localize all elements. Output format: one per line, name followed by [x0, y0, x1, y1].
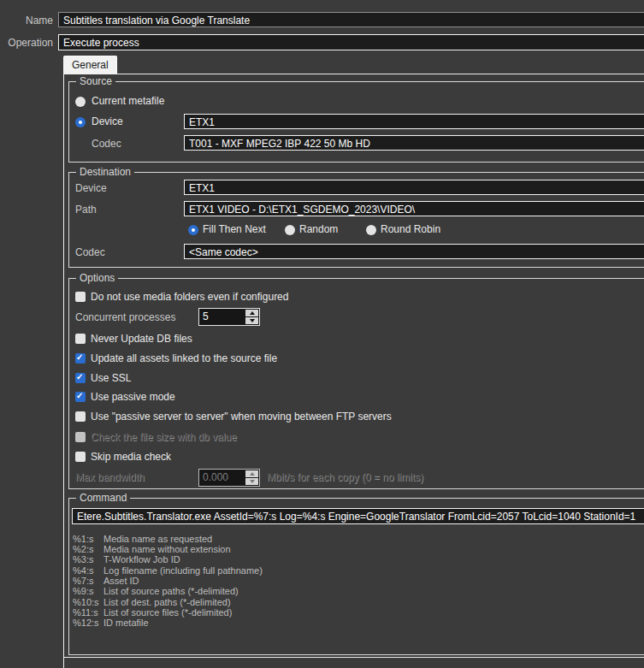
- destination-path-label: Path: [75, 204, 97, 216]
- concurrent-processes-value[interactable]: 5: [199, 309, 245, 325]
- spinner-buttons: [245, 470, 258, 485]
- concurrent-processes-label: Concurrent processes: [75, 311, 175, 323]
- operation-label: Operation: [0, 37, 53, 49]
- command-param-row: %3:sT-Workflow Job ID: [73, 554, 180, 565]
- destination-codec-label: Codec: [75, 246, 105, 258]
- command-param-row: %1:sMedia name as requested: [73, 534, 212, 544]
- param-desc: List of source paths (*-delimited): [103, 586, 239, 596]
- param-code: %4:s: [73, 565, 103, 576]
- param-desc: Media name without extension: [103, 544, 231, 554]
- max-bandwidth-label: Max bandwidth: [75, 471, 145, 483]
- param-code: %11:s: [73, 607, 103, 618]
- radio-round-robin[interactable]: [366, 225, 376, 235]
- spin-down-button: [245, 478, 258, 485]
- checkbox-never-update-db[interactable]: [75, 334, 86, 344]
- command-group-title: Command: [76, 492, 130, 504]
- source-group-title: Source: [76, 75, 115, 87]
- checkbox-skip-media-check[interactable]: [75, 452, 86, 462]
- radio-source-device[interactable]: [75, 117, 86, 127]
- command-param-row: %10:sList of dest. paths (*-delimited): [73, 597, 231, 607]
- options-group-title: Options: [76, 272, 118, 284]
- max-bandwidth-suffix: Mbit/s for each copy (0 = no limits): [267, 471, 423, 483]
- checkbox-no-media-folders-label: Do not use media folders even if configu…: [91, 291, 288, 303]
- radio-fill-then-next[interactable]: [188, 225, 198, 235]
- checkbox-check-file-size: [75, 432, 86, 442]
- source-codec-label: Codec: [92, 138, 121, 150]
- command-param-row: %7:sAsset ID: [73, 576, 139, 586]
- spin-down-button[interactable]: [245, 317, 258, 324]
- source-device-input[interactable]: ETX1: [184, 114, 644, 129]
- execute-process-dialog: Name Subtitles translation via Google Tr…: [0, 0, 644, 668]
- radio-source-device-label: Device: [92, 115, 123, 127]
- checkbox-use-passive-mode-label: Use passive mode: [91, 391, 175, 403]
- concurrent-processes-spinner[interactable]: 5: [198, 308, 260, 326]
- arrow-down-icon: [250, 480, 255, 483]
- command-param-row: %9:sList of source paths (*-delimited): [73, 586, 239, 596]
- param-desc: Log filename (including full pathname): [103, 565, 263, 576]
- param-desc: Asset ID: [103, 576, 139, 586]
- arrow-up-icon: [250, 472, 255, 476]
- radio-round-robin-label: Round Robin: [381, 223, 440, 235]
- param-desc: List of dest. paths (*-delimited): [103, 597, 231, 607]
- name-label: Name: [0, 15, 53, 27]
- arrow-down-icon: [250, 319, 255, 322]
- param-desc: List of source files (*-delimited): [103, 607, 232, 618]
- tab-page-bottom-border: [64, 657, 644, 658]
- radio-random-label: Random: [299, 223, 338, 235]
- checkbox-use-ssl[interactable]: [75, 373, 86, 383]
- radio-fill-then-next-label: Fill Then Next: [203, 223, 266, 235]
- checkbox-update-linked-assets-label: Update all assets linked to the source f…: [91, 352, 277, 364]
- param-code: %2:s: [73, 544, 103, 554]
- param-code: %12:s: [73, 618, 103, 628]
- param-code: %9:s: [73, 586, 103, 596]
- radio-current-metafile[interactable]: [75, 97, 86, 107]
- checkbox-check-file-size-label: Check the file size with db value: [91, 431, 237, 443]
- param-code: %7:s: [73, 576, 103, 586]
- radio-current-metafile-label: Current metafile: [92, 95, 164, 107]
- radio-random[interactable]: [285, 225, 295, 235]
- checkbox-never-update-db-label: Never Update DB files: [91, 333, 192, 345]
- checkbox-skip-media-check-label: Skip media check: [91, 451, 171, 463]
- param-code: %1:s: [73, 534, 103, 544]
- max-bandwidth-spinner: 0.000: [198, 469, 260, 487]
- checkbox-passive-server-to-server[interactable]: [75, 411, 86, 422]
- source-codec-input[interactable]: T001 - MXF MPEG2 IBP 422 50 Mb HD: [184, 135, 644, 151]
- max-bandwidth-value: 0.000: [199, 470, 245, 486]
- operation-input[interactable]: Execute process: [58, 34, 644, 50]
- checkbox-update-linked-assets[interactable]: [75, 353, 86, 364]
- param-code: %3:s: [73, 554, 103, 565]
- checkbox-use-ssl-label: Use SSL: [91, 372, 131, 384]
- name-input[interactable]: Subtitles translation via Google Transla…: [58, 12, 644, 27]
- checkbox-passive-server-to-server-label: Use "passive server to server" when movi…: [91, 411, 392, 423]
- param-code: %10:s: [73, 597, 103, 607]
- destination-device-input[interactable]: ETX1: [184, 180, 644, 195]
- destination-group-title: Destination: [76, 166, 134, 178]
- spin-up-button: [245, 470, 258, 477]
- param-desc: T-Workflow Job ID: [103, 554, 180, 565]
- destination-path-input[interactable]: ETX1 VIDEO - D:\ETX1_SGDEMO_2023\VIDEO\: [184, 201, 644, 216]
- destination-device-label: Device: [75, 182, 107, 194]
- param-desc: Media name as requested: [103, 534, 212, 544]
- param-desc: ID metafile: [103, 618, 149, 628]
- spin-up-button[interactable]: [245, 310, 258, 316]
- command-param-row: %4:sLog filename (including full pathnam…: [73, 565, 263, 576]
- checkbox-use-passive-mode[interactable]: [75, 392, 86, 402]
- tab-general[interactable]: General: [63, 56, 117, 74]
- checkbox-no-media-folders[interactable]: [75, 292, 86, 302]
- command-param-row: %11:sList of source files (*-delimited): [73, 607, 232, 618]
- destination-codec-input[interactable]: <Same codec>: [184, 244, 644, 259]
- command-param-row: %12:sID metafile: [73, 618, 149, 628]
- arrow-up-icon: [250, 311, 255, 315]
- command-param-row: %2:sMedia name without extension: [73, 544, 231, 554]
- command-input[interactable]: Etere.Subtitles.Translator.exe AssetId=%…: [72, 508, 644, 524]
- spinner-buttons: [245, 310, 258, 324]
